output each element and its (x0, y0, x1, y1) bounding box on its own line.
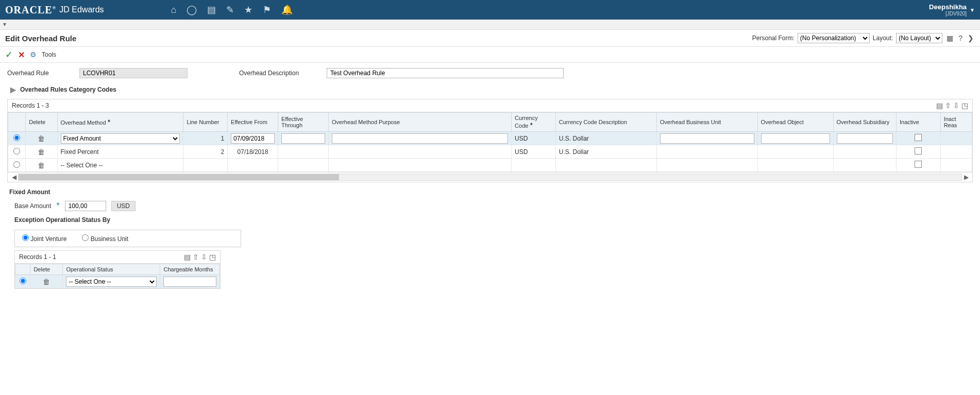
col-inac-reason[interactable]: Inact Reas (940, 113, 972, 132)
chart-icon[interactable]: ▤ (207, 4, 216, 15)
opt-joint-venture[interactable]: Joint Venture (22, 234, 66, 243)
top-icon-bar: ⌂ ◯ ▤ ✎ ★ ⚑ 🔔 (166, 4, 298, 15)
cancel-button[interactable]: ✕ (18, 50, 25, 60)
trash-icon[interactable]: 🗑 (38, 148, 45, 156)
category-codes-section: ▶ Overhead Rules Category Codes (7, 83, 973, 96)
oobj-input[interactable] (761, 133, 830, 144)
eff-thru-input[interactable] (281, 133, 325, 144)
overhead-rule-input (79, 68, 188, 78)
save-layout-icon[interactable]: ▦ (945, 34, 954, 42)
scroll-left-icon[interactable]: ◀ (10, 174, 18, 181)
col-method[interactable]: Overhead Method * (57, 113, 183, 132)
exception-grid: Records 1 - 1 ▤ ⇧ ⇩ ◳ Delete Operational… (14, 250, 221, 289)
chg-months-input[interactable] (163, 277, 216, 287)
expand-icon[interactable]: ▶ (10, 85, 16, 94)
col-oobj[interactable]: Overhead Object (757, 113, 833, 132)
col-purpose[interactable]: Overhead Method Purpose (329, 113, 512, 132)
user-env: [JDV920] (929, 11, 967, 16)
chevron-down-icon[interactable]: ▼ (970, 7, 975, 13)
close-icon[interactable]: ❯ (967, 34, 975, 42)
home-icon[interactable]: ⌂ (171, 5, 177, 15)
layout-select[interactable]: (No Layout) (896, 33, 942, 43)
row-select-radio[interactable] (13, 134, 20, 141)
trash-icon[interactable]: 🗑 (38, 134, 45, 143)
scroll-thumb[interactable] (19, 174, 339, 180)
col-eff-thru[interactable]: Effective Through (278, 113, 329, 132)
edit-icon[interactable]: ✎ (226, 4, 234, 15)
overhead-desc-input[interactable] (327, 68, 564, 78)
table-row[interactable]: 🗑 Fixed Percent 2 07/18/2018 USD U.S. Do… (8, 145, 972, 159)
grid-expand-icon[interactable]: ◳ (209, 253, 216, 261)
overhead-desc-label: Overhead Description (239, 70, 311, 77)
table-row[interactable]: 🗑 -- Select One -- (8, 159, 972, 172)
breadcrumb-toggle[interactable]: ▾ (0, 20, 9, 29)
eff-from-cell: 07/18/2018 (228, 145, 278, 159)
base-amount-ccy: USD (111, 201, 136, 211)
col-eff-from[interactable]: Effective From (228, 113, 278, 132)
col2-chgmonths[interactable]: Chargeable Months (160, 264, 220, 275)
grid-upload-icon[interactable]: ⇧ (945, 101, 951, 110)
fixed-amount-title: Fixed Amount (7, 185, 973, 199)
user-area[interactable]: Deepshikha [JDV920] ▼ (929, 3, 975, 16)
opt-business-unit[interactable]: Business Unit (82, 234, 128, 243)
bell-icon[interactable]: 🔔 (281, 4, 293, 15)
star-icon[interactable]: ★ (244, 4, 252, 15)
inactive-checkbox[interactable] (915, 147, 922, 154)
col-ccy[interactable]: Currency Code * (512, 113, 556, 132)
row-select-radio[interactable] (20, 278, 26, 284)
personal-form-select[interactable]: (No Personalization) (798, 33, 870, 43)
row-select-radio[interactable] (13, 148, 20, 154)
obu-input[interactable] (660, 133, 754, 144)
required-star-icon: * (56, 201, 59, 211)
table-row[interactable]: 🗑 Fixed Amount 1 USD U.S. Dollar (8, 132, 972, 145)
grid2-records: Records 1 - 1 (19, 253, 56, 261)
purpose-input[interactable] (332, 133, 508, 144)
breadcrumb-bar: ▾ (0, 20, 980, 30)
base-amount-input[interactable] (65, 201, 106, 211)
grid-customize-icon[interactable]: ▤ (184, 253, 191, 261)
grid2-table: Delete Operational Status Chargeable Mon… (15, 264, 220, 288)
personal-form-label: Personal Form: (752, 35, 795, 42)
purpose-cell (329, 145, 512, 159)
exception-title: Exception Operational Status By (7, 213, 973, 227)
exception-box: Joint Venture Business Unit (14, 230, 241, 247)
base-amount-label: Base Amount (14, 202, 51, 210)
scroll-right-icon[interactable]: ▶ (962, 174, 970, 181)
grid1-scroll[interactable]: ◀ ▶ (8, 172, 972, 182)
method-select[interactable]: Fixed Amount (61, 133, 180, 144)
toolbar: ✓ ✕ ⚙ Tools (0, 47, 980, 63)
grid-download-icon[interactable]: ⇩ (953, 101, 959, 110)
inactive-checkbox[interactable] (915, 161, 922, 168)
col-inactive[interactable]: Inactive (896, 113, 940, 132)
grid-upload-icon[interactable]: ⇧ (193, 253, 199, 261)
table-row[interactable]: 🗑 -- Select One -- (15, 275, 220, 288)
method-cell: -- Select One -- (57, 159, 183, 172)
grid-customize-icon[interactable]: ▤ (936, 101, 943, 110)
col2-opstatus[interactable]: Operational Status (63, 264, 160, 275)
col-delete[interactable]: Delete (26, 113, 57, 132)
clock-icon[interactable]: ◯ (187, 4, 197, 15)
col2-delete[interactable]: Delete (30, 264, 63, 275)
page-header: Edit Overhead Rule Personal Form: (No Pe… (0, 30, 980, 47)
inactive-checkbox[interactable] (915, 134, 922, 141)
grid-download-icon[interactable]: ⇩ (201, 253, 207, 261)
op-status-select[interactable]: -- Select One -- (66, 277, 157, 287)
base-amount-row: Base Amount * USD (7, 199, 973, 213)
help-icon[interactable]: ? (957, 34, 964, 42)
col-osub[interactable]: Overhead Subsidiary (833, 113, 896, 132)
overhead-rule-label: Overhead Rule (7, 70, 64, 77)
grid-expand-icon[interactable]: ◳ (961, 101, 968, 110)
personal-form-area: Personal Form: (No Personalization) Layo… (752, 33, 975, 43)
eff-from-input[interactable] (231, 133, 275, 144)
trash-icon[interactable]: 🗑 (43, 278, 50, 286)
col-ccy-desc[interactable]: Currency Code Description (555, 113, 656, 132)
col-obu[interactable]: Overhead Business Unit (656, 113, 757, 132)
flag-icon[interactable]: ⚑ (263, 4, 271, 15)
row-select-radio[interactable] (13, 161, 20, 168)
ok-button[interactable]: ✓ (5, 49, 13, 60)
user-name: Deepshikha (929, 3, 967, 11)
osub-input[interactable] (837, 133, 893, 144)
col-line-no[interactable]: Line Number (183, 113, 228, 132)
tools-gear-icon[interactable]: ⚙ (30, 50, 37, 59)
trash-icon[interactable]: 🗑 (38, 161, 45, 169)
